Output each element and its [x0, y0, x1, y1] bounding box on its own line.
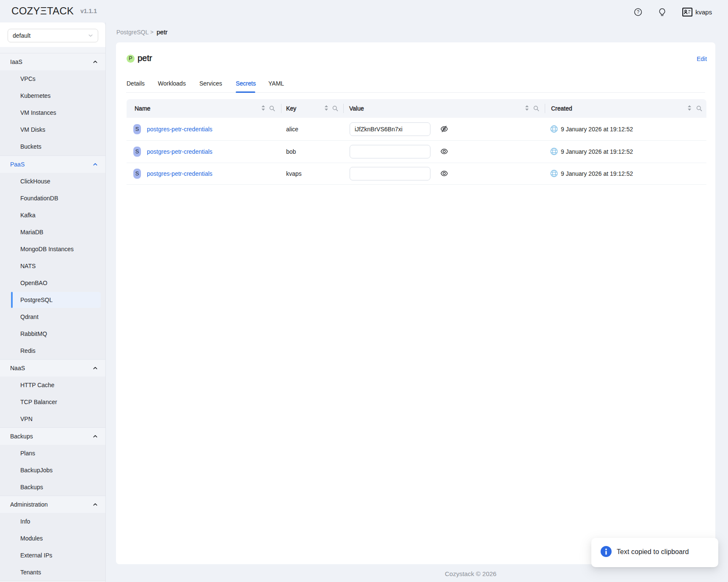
- svg-text:?: ?: [637, 9, 639, 14]
